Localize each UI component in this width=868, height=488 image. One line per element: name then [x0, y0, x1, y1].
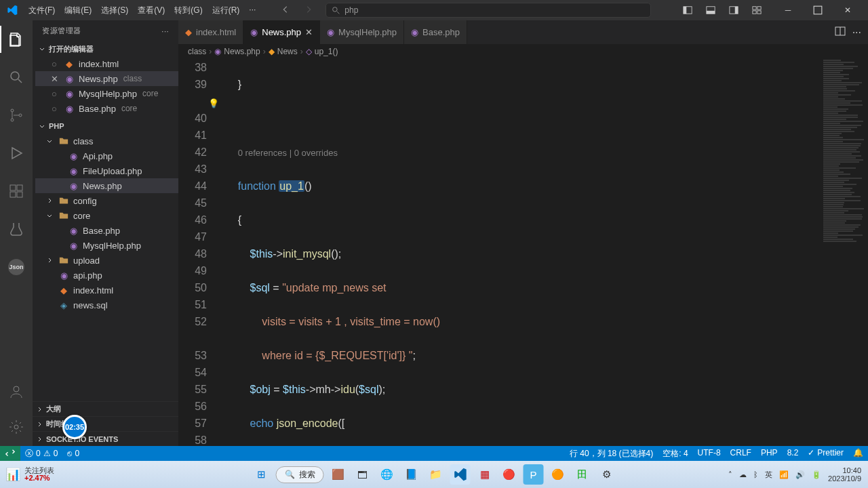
svg-point-13	[11, 109, 14, 112]
activity-testing[interactable]	[0, 216, 33, 243]
open-editor-item[interactable]: ○◉Base.phpcore	[35, 101, 178, 116]
tray-battery-icon[interactable]: 🔋	[812, 470, 821, 479]
window-minimize[interactable]: ─	[773, 0, 803, 20]
open-editors-header[interactable]: 打开的编辑器	[35, 41, 178, 56]
tab-index-html[interactable]: ◆index.html	[178, 20, 243, 44]
tree-file[interactable]: ◈news.sql	[35, 298, 178, 312]
tray-bluetooth-icon[interactable]: ᛒ	[753, 470, 758, 479]
outline-section[interactable]: 大纲	[33, 401, 178, 416]
status-problems[interactable]: ⓧ0⚠0	[20, 446, 62, 461]
open-editor-item[interactable]: ✕◉News.phpclass	[35, 71, 178, 86]
timeline-section[interactable]: 时间线	[33, 416, 178, 431]
tree-file[interactable]: ◉FileUpload.php	[35, 163, 178, 178]
tray-onedrive-icon[interactable]: ☁	[739, 470, 747, 479]
nav-forward[interactable]	[304, 5, 313, 16]
remote-indicator[interactable]	[0, 446, 20, 461]
taskbar-app[interactable]: 🟫	[328, 464, 349, 485]
socketio-section[interactable]: SOCKET.IO EVENTS	[33, 431, 178, 446]
activity-settings[interactable]	[0, 413, 33, 441]
split-editor-icon[interactable]	[835, 26, 846, 39]
taskbar-files[interactable]: 📁	[426, 464, 446, 485]
layout-sidebar-left-icon[interactable]	[681, 5, 694, 15]
taskbar-chrome[interactable]: 🔴	[499, 464, 519, 485]
tree-file[interactable]: ◉MysqlHelp.php	[35, 238, 178, 253]
status-prettier[interactable]: ✓ Prettier	[803, 448, 848, 458]
activity-account[interactable]	[0, 378, 33, 405]
taskbar-app[interactable]: ⚙	[597, 464, 617, 485]
status-ports[interactable]: ⎋0	[62, 446, 84, 461]
activity-explorer[interactable]	[0, 26, 33, 53]
activity-search[interactable]	[0, 64, 33, 91]
tray-chevron[interactable]: ˄	[728, 470, 732, 479]
layout-sidebar-right-icon[interactable]	[727, 5, 741, 15]
timer-overlay[interactable]: 02:35	[62, 415, 87, 439]
tree-file[interactable]: ◉Api.php	[35, 148, 178, 163]
tray-ime[interactable]: 英	[765, 470, 772, 480]
explorer-sidebar: 资源管理器 ··· 打开的编辑器 ○◆index.html ✕◉News.php…	[33, 20, 178, 446]
tab-mysqlhelp-php[interactable]: ◉MysqlHelp.php	[320, 20, 404, 44]
menu-file[interactable]: 文件(F)	[24, 5, 60, 16]
close-icon[interactable]: ✕	[49, 74, 60, 84]
chevron-right-icon	[35, 405, 43, 413]
minimap[interactable]: document.write(Array.from({length:90},()…	[821, 59, 868, 446]
taskbar-app[interactable]: 🟠	[548, 464, 568, 485]
status-bar: ⓧ0⚠0 ⎋0 行 40，列 18 (已选择4) 空格: 4 UTF-8 CRL…	[0, 446, 868, 461]
tree-file[interactable]: ◉News.php	[35, 178, 178, 193]
window-close[interactable]: ✕	[833, 0, 863, 20]
status-encoding[interactable]: UTF-8	[693, 448, 726, 458]
breadcrumbs[interactable]: class› ◉News.php› ◆News› ◇up_1()	[178, 44, 868, 59]
open-editor-item[interactable]: ○◆index.html	[35, 56, 178, 71]
tree-file[interactable]: ◆index.html	[35, 283, 178, 298]
close-icon[interactable]: ✕	[305, 27, 313, 37]
status-notifications[interactable]: 🔔	[848, 448, 868, 458]
status-eol[interactable]: CRLF	[726, 448, 756, 458]
tree-folder[interactable]: upload	[35, 253, 178, 268]
menu-select[interactable]: 选择(S)	[96, 5, 133, 16]
status-language[interactable]: PHP	[756, 448, 783, 458]
more-icon[interactable]: ···	[161, 27, 169, 35]
taskbar-app[interactable]: 田	[572, 464, 593, 485]
menu-goto[interactable]: 转到(G)	[170, 5, 207, 16]
menu-run[interactable]: 运行(R)	[208, 5, 245, 16]
open-editor-item[interactable]: ○◉MysqlHelp.phpcore	[35, 86, 178, 101]
activity-json[interactable]: Json	[0, 253, 33, 281]
status-indent[interactable]: 空格: 4	[658, 448, 692, 460]
menu-view[interactable]: 查看(V)	[133, 5, 170, 16]
nav-back[interactable]	[281, 5, 290, 16]
tray-wifi-icon[interactable]: 📶	[779, 470, 789, 479]
taskbar-app[interactable]: P	[524, 464, 544, 485]
taskbar-app[interactable]: 🗔	[353, 464, 373, 485]
taskbar-app[interactable]: ▦	[475, 464, 495, 485]
activity-scm[interactable]	[0, 102, 33, 129]
tree-file[interactable]: ◉Base.php	[35, 223, 178, 238]
menu-more[interactable]: ···	[244, 5, 260, 16]
taskbar-vscode[interactable]	[450, 464, 471, 485]
tab-news-php[interactable]: ◉News.php✕	[243, 20, 320, 44]
stock-widget[interactable]: 关注列表 +2.47%	[24, 467, 54, 482]
window-maximize[interactable]	[803, 0, 833, 20]
status-cursor[interactable]: 行 40，列 18 (已选择4)	[565, 448, 658, 460]
svg-rect-16	[10, 185, 16, 190]
taskbar-app[interactable]: 📘	[401, 464, 422, 485]
layout-customize-icon[interactable]	[750, 5, 764, 15]
code-editor[interactable]: 💡 38394041424344454647484950515253545556…	[178, 59, 868, 446]
more-icon[interactable]: ···	[852, 26, 861, 39]
tree-folder[interactable]: config	[35, 193, 178, 208]
start-button[interactable]: ⊞	[252, 464, 272, 485]
activity-extensions[interactable]	[0, 178, 33, 205]
tray-volume-icon[interactable]: 🔊	[795, 470, 805, 479]
menu-edit[interactable]: 编辑(E)	[60, 5, 96, 16]
project-header[interactable]: PHP	[35, 119, 178, 134]
command-center[interactable]: php	[326, 3, 651, 18]
taskbar-edge[interactable]: 🌐	[377, 464, 397, 485]
taskbar-search[interactable]: 🔍搜索	[276, 466, 324, 483]
stock-icon[interactable]: 📊	[5, 467, 20, 482]
layout-panel-icon[interactable]	[704, 5, 717, 15]
tree-folder[interactable]: class	[35, 134, 178, 148]
status-php-version[interactable]: 8.2	[783, 448, 804, 458]
tab-base-php[interactable]: ◉Base.php	[404, 20, 467, 44]
tray-clock[interactable]: 10:40 2023/10/9	[828, 466, 861, 483]
tree-file[interactable]: ◉api.php	[35, 268, 178, 283]
activity-debug[interactable]	[0, 140, 33, 167]
tree-folder[interactable]: core	[35, 208, 178, 223]
